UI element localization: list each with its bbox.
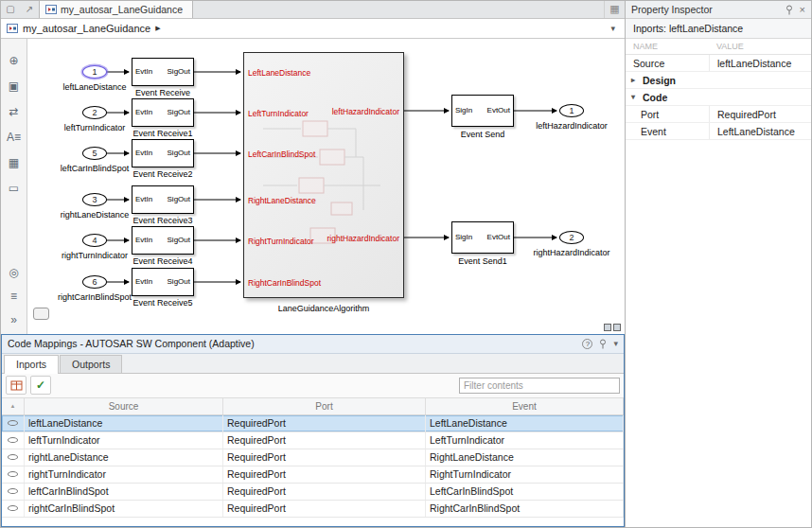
viewmark-icon[interactable]: ◎ bbox=[5, 264, 24, 281]
help-icon[interactable]: ? bbox=[582, 339, 592, 349]
cell-event[interactable]: RightCarInBlindSpot bbox=[426, 501, 624, 517]
subsystem-preview bbox=[244, 53, 405, 299]
table-row[interactable]: rightCarInBlindSpot RequiredPort RightCa… bbox=[2, 501, 624, 518]
pin-icon[interactable] bbox=[598, 339, 608, 349]
inport-block[interactable]: 1 bbox=[82, 65, 107, 79]
property-name: Event bbox=[626, 123, 709, 139]
cell-event[interactable]: RightTurnIndicator bbox=[426, 466, 624, 483]
column-header-port[interactable]: Port bbox=[223, 398, 426, 414]
popout-icon[interactable]: ↗ bbox=[20, 1, 39, 18]
outport-number: 2 bbox=[569, 233, 574, 242]
cell-port[interactable]: RequiredPort bbox=[223, 484, 426, 500]
expand-toolbar-icon[interactable]: » bbox=[5, 311, 24, 328]
cell-source[interactable]: rightCarInBlindSpot bbox=[25, 501, 223, 517]
event-receive-block[interactable]: EvtInSigOut bbox=[132, 185, 194, 214]
annotation-icon[interactable]: A≡ bbox=[5, 129, 24, 146]
cell-port[interactable]: RequiredPort bbox=[223, 466, 426, 483]
block-port-out: SigOut bbox=[168, 236, 190, 244]
dock-icon[interactable]: ▢ bbox=[1, 1, 20, 18]
column-header-source[interactable]: Source bbox=[25, 398, 223, 414]
minimize-panel-icon[interactable]: ▾ bbox=[613, 339, 618, 348]
close-icon[interactable]: × bbox=[800, 4, 805, 15]
cell-source[interactable]: leftCarInBlindSpot bbox=[25, 484, 223, 500]
inport-block[interactable]: 6 bbox=[82, 275, 107, 289]
document-tab[interactable]: my_autosar_LaneGuidance bbox=[39, 1, 193, 18]
column-header-event[interactable]: Event bbox=[426, 398, 624, 414]
event-receive-block[interactable]: EvtInSigOut bbox=[132, 98, 194, 127]
property-value[interactable]: RequiredPort bbox=[709, 106, 811, 122]
tab-inports[interactable]: Inports bbox=[4, 355, 59, 374]
cell-event[interactable]: RightLaneDistance bbox=[426, 449, 624, 466]
inport-row-icon bbox=[8, 420, 18, 426]
cell-source[interactable]: rightTurnIndicator bbox=[25, 466, 223, 483]
block-label: Event Receive2 bbox=[132, 169, 192, 179]
validate-mappings-button[interactable]: ✓ bbox=[30, 376, 51, 395]
list-icon[interactable]: ≡ bbox=[5, 288, 24, 305]
split-layout-icons[interactable] bbox=[604, 324, 621, 331]
table-row[interactable]: rightLaneDistance RequiredPort RightLane… bbox=[2, 449, 624, 466]
event-send-block[interactable]: SigInEvtOut bbox=[451, 95, 514, 127]
cell-port[interactable]: RequiredPort bbox=[223, 449, 426, 466]
document-tab-label: my_autosar_LaneGuidance bbox=[61, 4, 183, 15]
cell-port[interactable]: RequiredPort bbox=[223, 501, 426, 517]
table-row[interactable]: rightTurnIndicator RequiredPort RightTur… bbox=[2, 466, 624, 484]
event-receive-block[interactable]: EvtInSigOut bbox=[132, 226, 194, 255]
property-value[interactable]: leftLaneDistance bbox=[709, 55, 811, 71]
cell-port[interactable]: RequiredPort bbox=[223, 415, 426, 431]
update-code-mappings-button[interactable] bbox=[6, 376, 26, 395]
breadcrumb-model-name[interactable]: my_autosar_LaneGuidance bbox=[23, 23, 150, 34]
check-icon: ✓ bbox=[36, 378, 45, 392]
panels-icon[interactable]: ▦ bbox=[604, 1, 625, 18]
block-port-in: EvtIn bbox=[135, 67, 152, 76]
table-row[interactable]: leftCarInBlindSpot RequiredPort LeftCarI… bbox=[2, 484, 624, 501]
pin-icon[interactable] bbox=[785, 5, 794, 15]
table-row[interactable]: leftLaneDistance RequiredPort LeftLaneDi… bbox=[2, 415, 624, 432]
section-code[interactable]: ▾ Code bbox=[626, 89, 811, 106]
inspector-context-label: Inports: leftLaneDistance bbox=[626, 19, 811, 39]
inport-block[interactable]: 3 bbox=[82, 193, 107, 206]
cell-source[interactable]: rightLaneDistance bbox=[25, 449, 223, 466]
explorer-dropdown-icon[interactable]: ▾ bbox=[610, 24, 619, 33]
compare-icon[interactable]: ⇄ bbox=[5, 103, 24, 120]
cell-port[interactable]: RequiredPort bbox=[223, 432, 426, 449]
inport-number: 3 bbox=[92, 195, 97, 204]
code-mappings-titlebar[interactable]: Code Mappings - AUTOSAR SW Component (Ad… bbox=[2, 335, 624, 354]
event-receive-block[interactable]: EvtInSigOut bbox=[132, 139, 194, 167]
outport-block[interactable]: 2 bbox=[559, 231, 584, 244]
cell-event[interactable]: LeftLaneDistance bbox=[426, 415, 624, 431]
cell-event[interactable]: LeftCarInBlindSpot bbox=[426, 484, 624, 500]
toolbar-bottom-group: ◎ ≡ » bbox=[5, 264, 24, 334]
cell-source[interactable]: leftTurnIndicator bbox=[25, 432, 223, 449]
code-mappings-panel: Code Mappings - AUTOSAR SW Component (Ad… bbox=[1, 334, 625, 527]
image-icon[interactable]: ▦ bbox=[5, 154, 24, 171]
table-row[interactable]: leftTurnIndicator RequiredPort LeftTurnI… bbox=[2, 432, 624, 449]
cell-event[interactable]: LeftTurnIndicator bbox=[426, 432, 624, 449]
property-value[interactable]: LeftLaneDistance bbox=[709, 123, 811, 139]
filter-contents-input[interactable] bbox=[459, 378, 620, 394]
property-name: Source bbox=[626, 55, 709, 71]
section-design[interactable]: ▸ Design bbox=[626, 72, 811, 89]
event-receive-block[interactable]: EvtInSigOut bbox=[132, 268, 194, 296]
inport-block[interactable]: 2 bbox=[82, 106, 107, 119]
cell-source[interactable]: leftLaneDistance bbox=[25, 415, 223, 431]
hide-explorer-button[interactable] bbox=[33, 308, 49, 320]
inport-number: 4 bbox=[92, 236, 97, 245]
icon-column-header[interactable]: ▲ bbox=[2, 398, 25, 414]
simulink-canvas[interactable]: 1 2 5 3 4 6 leftLaneDistance leftTurnInd… bbox=[27, 39, 625, 334]
fit-to-view-icon[interactable]: ▣ bbox=[5, 78, 24, 95]
lane-guidance-algorithm-block[interactable]: LeftLaneDistance LeftTurnIndicator LeftC… bbox=[243, 52, 404, 298]
zoom-icon[interactable]: ⊕ bbox=[5, 52, 24, 69]
inport-block[interactable]: 5 bbox=[82, 147, 107, 160]
event-send-block[interactable]: SigInEvtOut bbox=[451, 221, 514, 254]
code-mappings-table: ▲ Source Port Event leftLaneDistance Req… bbox=[2, 398, 624, 526]
model-icon bbox=[7, 23, 18, 34]
value-column-header: VALUE bbox=[709, 39, 811, 54]
event-receive-block[interactable]: EvtInSigOut bbox=[132, 58, 194, 86]
property-inspector-header[interactable]: Property Inspector × bbox=[626, 1, 811, 19]
inport-block[interactable]: 4 bbox=[82, 234, 107, 247]
inport-label: leftLaneDistance bbox=[62, 82, 126, 92]
area-icon[interactable]: ▭ bbox=[5, 180, 24, 197]
outport-block[interactable]: 1 bbox=[559, 104, 584, 117]
block-label: Event Send bbox=[461, 130, 505, 139]
tab-outports[interactable]: Outports bbox=[60, 355, 122, 373]
